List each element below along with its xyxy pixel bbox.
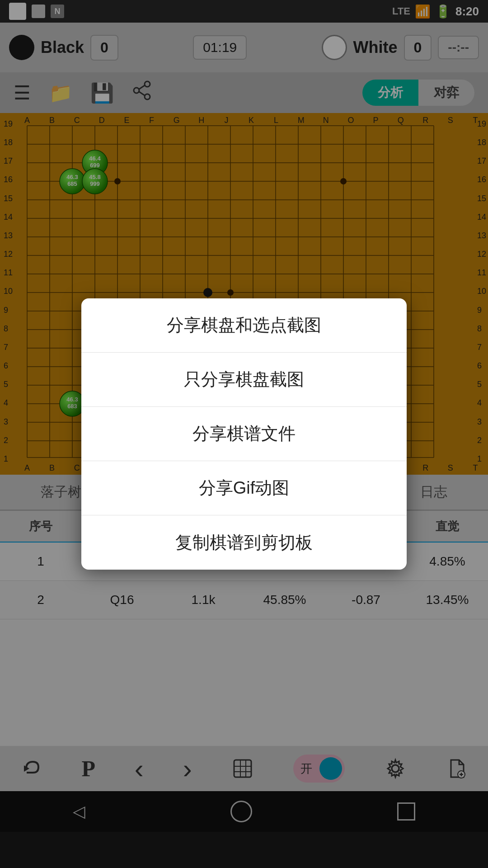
share-game-record[interactable]: 分享棋谱文件 [81,407,407,461]
modal-overlay[interactable]: 分享棋盘和选点截图 只分享棋盘截图 分享棋谱文件 分享Gif动图 复制棋谱到剪切… [0,0,488,868]
share-modal: 分享棋盘和选点截图 只分享棋盘截图 分享棋谱文件 分享Gif动图 复制棋谱到剪切… [81,298,407,570]
share-gif[interactable]: 分享Gif动图 [81,461,407,515]
copy-to-clipboard[interactable]: 复制棋谱到剪切板 [81,515,407,570]
share-board-only[interactable]: 只分享棋盘截图 [81,353,407,407]
share-board-with-points[interactable]: 分享棋盘和选点截图 [81,298,407,353]
